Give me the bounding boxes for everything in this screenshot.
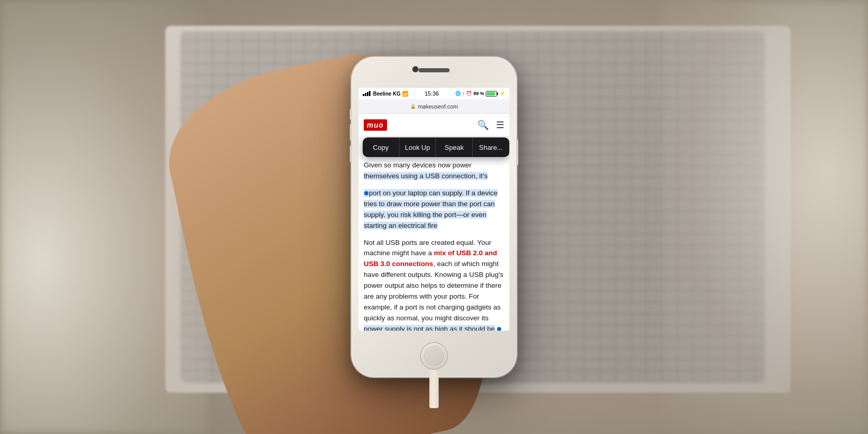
- iphone-home-button[interactable]: [421, 343, 447, 369]
- iphone-speaker: [419, 68, 450, 72]
- usb-cable: [429, 367, 439, 408]
- article-paragraph-2: port on your laptop can supply. If a dev…: [364, 188, 504, 231]
- globe-icon: 🌐: [455, 91, 461, 96]
- signal-bars: [363, 91, 370, 96]
- battery-icon: [486, 91, 498, 97]
- iphone-mute-button[interactable]: [350, 109, 352, 120]
- status-left: Beeline KG 📶: [363, 91, 408, 97]
- wifi-icon: 📶: [402, 91, 408, 97]
- iphone-home-button-ring: [425, 347, 443, 365]
- selection-end-dot: [497, 327, 501, 331]
- status-right: 🌐 ↑ ⏰ 89 % ⚡: [455, 91, 505, 97]
- bg-light-left: [0, 0, 207, 434]
- context-menu-share[interactable]: Share...: [473, 137, 509, 157]
- context-menu: Copy Look Up Speak Share...: [363, 137, 509, 157]
- article-paragraph-1: Given so many devices now power themselv…: [364, 160, 504, 182]
- article-paragraph-3: Not all USB ports are created equal. You…: [364, 238, 504, 331]
- battery-pct: 89 %: [473, 91, 484, 96]
- usb-link[interactable]: mix of USB 2.0 and USB 3.0 connections: [364, 249, 497, 268]
- clock: 15:36: [425, 90, 439, 97]
- status-bar: Beeline KG 📶 15:36 🌐 ↑ ⏰ 89 % ⚡: [359, 88, 509, 99]
- selected-text-2: port on your laptop can supply. If a dev…: [364, 189, 498, 229]
- context-menu-copy[interactable]: Copy: [363, 137, 399, 157]
- selected-text-1: themselves using a USB connection, it's: [364, 172, 488, 180]
- lock-icon: 🔒: [410, 104, 416, 109]
- iphone-volume-down-button[interactable]: [350, 146, 352, 162]
- url-label: makeuseof.com: [418, 103, 458, 110]
- iphone-sleep-button[interactable]: [516, 140, 518, 165]
- iphone-volume-up-button[interactable]: [350, 124, 352, 141]
- nav-icons: 🔍 ☰: [477, 119, 504, 131]
- charging-icon: ⚡: [500, 91, 505, 96]
- location-icon: ↑: [462, 91, 465, 96]
- article-text: Given so many devices now power themselv…: [359, 136, 509, 331]
- alarm-icon: ⏰: [466, 91, 472, 96]
- search-icon[interactable]: 🔍: [477, 119, 489, 131]
- address-bar[interactable]: 🔒 makeuseof.com: [359, 99, 509, 114]
- browser-content: Copy Look Up Speak Share... Given so man…: [359, 136, 509, 331]
- muo-logo: muo: [364, 119, 387, 131]
- context-menu-lookup[interactable]: Look Up: [399, 137, 436, 157]
- selected-text-3: power supply is not as high as it should…: [364, 325, 495, 331]
- context-menu-speak[interactable]: Speak: [436, 137, 473, 157]
- browser-nav: muo 🔍 ☰: [359, 114, 509, 136]
- selection-start-dot: [364, 191, 368, 195]
- iphone-screen: Beeline KG 📶 15:36 🌐 ↑ ⏰ 89 % ⚡: [359, 88, 509, 331]
- carrier-label: Beeline KG: [373, 91, 400, 97]
- iphone-camera: [412, 66, 419, 72]
- iphone: Beeline KG 📶 15:36 🌐 ↑ ⏰ 89 % ⚡: [351, 57, 517, 377]
- hamburger-menu-icon[interactable]: ☰: [496, 119, 504, 131]
- bg-light-right: [661, 0, 868, 434]
